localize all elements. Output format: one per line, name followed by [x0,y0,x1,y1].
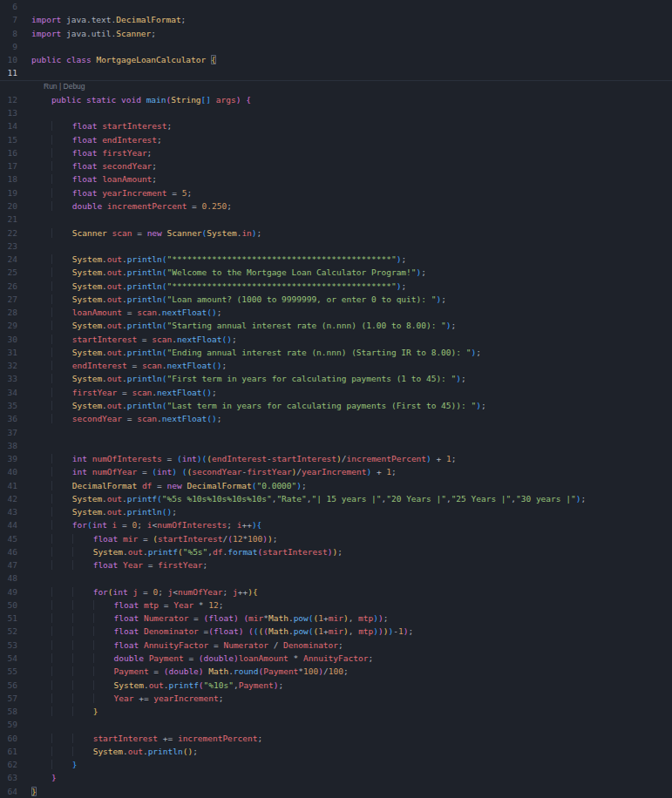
code-line: 23 [0,240,672,253]
indent-guide [31,494,51,504]
indent-guide [31,653,51,663]
line-number: 39 [0,452,17,465]
code-text: secondYear = scan.nextFloat(); [17,412,221,425]
code-line: 35 System.out.println("Last term in year… [0,399,672,412]
indent-guide [31,414,51,423]
code-line: 32 endInterest = scan.nextFloat(); [0,359,672,372]
debug-codelens-link[interactable]: Debug [64,82,85,91]
codelens-row: Run | Debug [0,80,672,93]
indent-guide [31,148,51,158]
code-text: endInterest = scan.nextFloat(); [17,359,227,372]
indent-guide [93,680,114,690]
code-line: 54 double Payment = (double)loanAmount *… [0,652,672,665]
indent-guide [51,414,72,423]
line-number: 59 [0,718,17,731]
line-number: 8 [0,27,17,40]
code-text: } [17,758,78,771]
code-text: System.out.printf("%5s",df.format(startI… [17,545,343,558]
code-line: 42 System.out.printf("%5s %10s%10s%10s%1… [0,492,672,505]
code-text: import java.text.DecimalFormat; [17,13,186,26]
line-number: 15 [0,133,17,146]
line-number: 49 [0,585,17,598]
indent-guide [72,747,93,756]
code-text: System.out.println("Ending annual intere… [17,346,481,359]
run-codelens-link[interactable]: Run [44,82,58,91]
indent-guide [51,267,72,277]
line-number: 35 [0,399,17,412]
line-number: 21 [0,213,17,226]
code-line: 39 int numOfInterests = (int)((endIntere… [0,452,672,465]
code-line: 11 [0,66,672,79]
indent-guide [31,188,51,198]
code-line: 37 [0,426,672,439]
code-line: 9 [0,40,672,53]
indent-guide [51,174,72,184]
indent-guide [72,734,93,743]
code-line: 29 System.out.println("Starting annual i… [0,319,672,332]
code-text: for(int i = 0; i<numOfInterests; i++){ [17,518,261,531]
indent-guide [72,653,93,663]
code-line: 59 [0,718,672,731]
indent-guide [31,467,51,477]
indent-guide [51,481,72,490]
line-number: 18 [0,172,17,186]
code-line: 28 loanAmount = scan.nextFloat(); [0,306,672,319]
code-text: System.out.println("********************… [17,280,406,293]
indent-guide [51,534,72,544]
code-line: 31 System.out.println("Ending annual int… [0,346,672,359]
indent-guide [51,680,72,690]
code-line: 17 float secondYear; [0,159,672,172]
indent-guide [31,587,51,597]
line-number: 58 [0,705,17,718]
indent-guide [72,534,93,544]
indent-guide [31,481,51,490]
code-line: 56 System.out.printf("%10s",Payment); [0,679,672,692]
indent-guide [72,613,93,623]
line-number: 17 [0,159,17,172]
indent-guide [31,640,51,650]
indent-guide [31,680,51,690]
code-line: 13 [0,106,672,119]
line-number: 44 [0,518,17,531]
code-line: 50 float mtp = Year * 12; [0,598,672,612]
indent-guide [31,335,51,344]
code-text: Payment = (double) Math.round(Payment*10… [17,665,349,678]
code-line: 45 float mir = (startInterest/(12*100)); [0,532,672,545]
indent-guide [72,560,93,570]
code-line: 10public class MortgageLoanCalculator { [0,53,672,66]
indent-guide [31,267,51,277]
code-text: float Numerator = (float) (mir*Math.pow(… [17,612,388,625]
indent-guide [72,587,93,597]
indent-guide [51,321,72,330]
line-number: 31 [0,346,17,359]
code-line: 61 System.out.println(); [0,745,672,758]
code-text: float firstYear; [17,146,152,159]
code-text: float secondYear; [17,159,157,172]
line-number: 28 [0,306,17,319]
code-line: 63 } [0,771,672,784]
line-number: 19 [0,186,17,200]
code-line: 19 float yearIncrement = 5; [0,186,672,200]
indent-guide [31,734,51,743]
line-number: 10 [0,53,17,66]
code-text: public static void main(String[] args) { [17,93,251,106]
code-line: 55 Payment = (double) Math.round(Payment… [0,665,672,678]
code-line: 33 System.out.println("First term in yea… [0,372,672,385]
indent-guide [51,613,72,623]
code-text: public class MortgageLoanCalculator { [17,53,216,66]
indent-guide [31,626,51,636]
line-number: 29 [0,319,17,332]
line-number: 25 [0,266,17,279]
line-number: 38 [0,439,17,452]
line-number: 50 [0,598,17,612]
indent-guide [72,693,93,703]
indent-guide [31,401,51,410]
indent-guide [31,747,51,756]
indent-guide [51,335,72,344]
indent-guide [31,520,51,530]
code-text: startInterest += incrementPercent; [17,732,262,745]
codelens-separator: | [58,82,64,91]
code-editor[interactable]: 67import java.text.DecimalFormat;8import… [0,0,672,798]
indent-guide [31,95,51,105]
line-number: 60 [0,732,17,745]
